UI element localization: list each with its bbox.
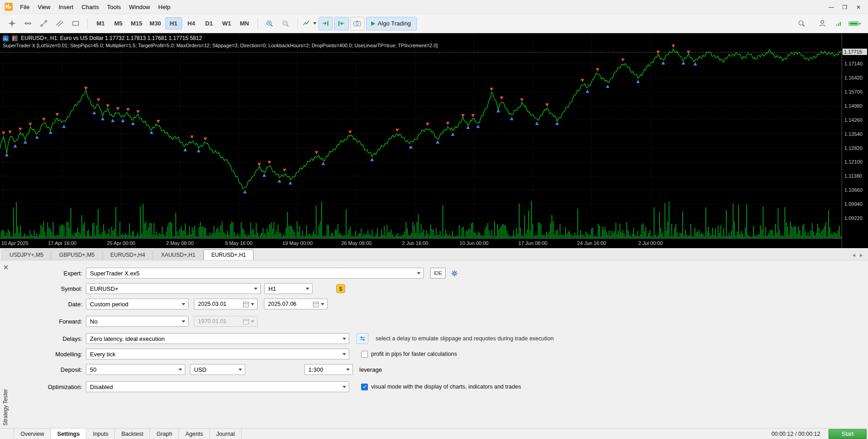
deposit-currency-select[interactable]: USD	[190, 364, 245, 375]
expert-select[interactable]: SuperTrader X.ex5	[86, 268, 424, 279]
chart-tab-xauusd-h1[interactable]: XAUUSD+,H1	[153, 249, 203, 260]
date-label: Date:	[12, 301, 86, 308]
forward-row: Forward: No 1970.01.01	[12, 316, 868, 327]
visual-step-back-button[interactable]	[334, 17, 349, 30]
forward-mode-select[interactable]: No	[86, 316, 188, 327]
channel-tool-button[interactable]	[52, 17, 67, 30]
scroll-tabs-left-icon[interactable]	[853, 254, 855, 257]
timeframe-w1[interactable]: W1	[218, 17, 235, 30]
timeframe-h1[interactable]: H1	[165, 17, 182, 30]
time-axis-label: 2 May 08:00	[166, 240, 194, 246]
time-axis-label: 2 Jul 00:00	[638, 240, 663, 246]
toolbar-right-group	[794, 17, 863, 30]
toolbar-separator	[298, 18, 298, 29]
timeframe-m1[interactable]: M1	[92, 17, 109, 30]
timeframe-m5[interactable]: M5	[110, 17, 127, 30]
modelling-select[interactable]: Every tick	[86, 349, 349, 359]
strategy-tester-panel: Strategy Tester Expert: SuperTrader X.ex…	[0, 260, 868, 428]
expert-settings-gear-button[interactable]	[448, 268, 460, 279]
chart-tab-gbpusd-m5[interactable]: GBPUSD+,M5	[51, 249, 102, 260]
sliders-icon	[359, 336, 366, 341]
dropdown-arrow-icon	[342, 338, 346, 340]
optimization-select[interactable]: Disabled	[86, 381, 349, 392]
price-chart[interactable]: EURUSD+, H1: Euro vs US Dollar 1.17732 1…	[0, 33, 842, 238]
dropdown-arrow-icon	[346, 369, 350, 371]
minimize-button[interactable]: —	[824, 3, 838, 10]
menu-items: FileViewInsertChartsToolsWindowHelp	[16, 1, 174, 13]
shapes-tool-button[interactable]	[68, 17, 83, 30]
zoom-out-button[interactable]	[278, 17, 293, 30]
dropdown-arrow-icon	[342, 353, 346, 355]
close-button[interactable]: ✕	[852, 3, 865, 10]
dropdown-arrow-icon	[182, 303, 185, 305]
chart-bars-icon	[3, 35, 9, 41]
zoom-out-icon	[282, 20, 289, 27]
price-axis[interactable]: 1.17715 1.171401.164201.157001.149801.14…	[842, 33, 868, 248]
date-to-picker[interactable]: 2025.07.06	[264, 299, 327, 309]
start-button[interactable]: Start	[828, 429, 867, 439]
timeframe-mn[interactable]: MN	[236, 17, 253, 30]
account-button[interactable]	[815, 17, 829, 30]
timeframe-m15[interactable]: M15	[128, 17, 145, 30]
date-from-picker[interactable]: 2025.03.01	[194, 299, 258, 309]
leverage-select[interactable]: 1:300	[304, 364, 353, 375]
profit-in-pips-checkbox[interactable]	[361, 351, 368, 358]
gear-icon	[451, 270, 458, 277]
algo-trading-label: Algo Trading	[378, 20, 413, 27]
chart-tab-eurusd-h1[interactable]: EURUSD+,H1	[203, 249, 253, 260]
menu-view[interactable]: View	[34, 1, 55, 13]
hline-tool-button[interactable]	[20, 17, 35, 30]
symbol-select[interactable]: EURUSD+	[86, 283, 261, 294]
calendar-icon	[313, 301, 319, 307]
trendline-tool-button[interactable]	[36, 17, 51, 30]
crosshair-tool-button[interactable]	[5, 17, 19, 30]
delay-settings-button[interactable]	[357, 333, 368, 344]
menu-help[interactable]: Help	[154, 1, 174, 13]
symbol-properties-button[interactable]: $	[336, 284, 345, 293]
zoom-in-button[interactable]	[263, 17, 277, 30]
price-axis-label: 1.13540	[844, 131, 863, 137]
chart-tab-eurusd-h4[interactable]: EURUSD+,H4	[103, 249, 153, 260]
tester-tab-journal[interactable]: Journal	[210, 429, 242, 439]
timeframe-m30[interactable]: M30	[146, 17, 164, 30]
tester-tab-settings[interactable]: Settings	[51, 429, 86, 439]
menu-charts[interactable]: Charts	[77, 1, 103, 13]
horizontal-line-icon	[24, 20, 32, 27]
visual-mode-checkbox[interactable]	[361, 384, 368, 390]
date-mode-select[interactable]: Custom period	[86, 299, 188, 309]
close-tester-icon[interactable]	[4, 265, 9, 270]
price-axis-label: 1.14260	[844, 117, 863, 123]
visual-step-forward-button[interactable]	[318, 17, 333, 30]
tester-tab-graph[interactable]: Graph	[150, 429, 179, 439]
camera-icon	[353, 20, 361, 27]
search-button[interactable]	[794, 17, 808, 30]
menu-insert[interactable]: Insert	[55, 1, 78, 13]
tester-tab-backtest[interactable]: Backtest	[115, 429, 150, 439]
menu-file[interactable]: File	[16, 1, 34, 13]
delays-label: Delays:	[12, 335, 86, 342]
tester-tab-inputs[interactable]: Inputs	[86, 429, 115, 439]
time-axis[interactable]: 10 Apr 202517 Apr 16:0025 Apr 00:002 May…	[0, 238, 842, 248]
menu-window[interactable]: Window	[125, 1, 154, 13]
scroll-tabs-right-icon[interactable]	[860, 254, 863, 257]
timeframe-d1[interactable]: D1	[201, 17, 218, 30]
maximize-button[interactable]: ❒	[838, 3, 852, 10]
indicators-button[interactable]	[303, 17, 317, 30]
window-controls: — ❒ ✕	[824, 3, 865, 10]
tester-tab-overview[interactable]: Overview	[14, 429, 51, 439]
chart-plot[interactable]	[0, 33, 842, 238]
rectangle-shape-icon	[72, 20, 79, 27]
current-price-tag: 1.17715	[843, 49, 867, 55]
delays-select[interactable]: Zero latency, ideal execution	[86, 333, 349, 344]
tester-tab-agents[interactable]: Agents	[179, 429, 210, 439]
dropdown-arrow-icon	[238, 369, 242, 371]
algo-trading-button[interactable]: Algo Trading	[366, 17, 417, 30]
chart-tab-usdjpy-m5[interactable]: USDJPY+,M5	[2, 249, 51, 260]
dropdown-arrow-icon	[179, 369, 182, 371]
deposit-amount-select[interactable]: 50	[86, 364, 185, 375]
ide-button[interactable]: IDE	[430, 268, 446, 279]
screenshot-button[interactable]	[350, 17, 365, 30]
menu-tools[interactable]: Tools	[103, 1, 125, 13]
timeframe-h4[interactable]: H4	[183, 17, 200, 30]
timeframe-select[interactable]: H1	[264, 283, 312, 294]
